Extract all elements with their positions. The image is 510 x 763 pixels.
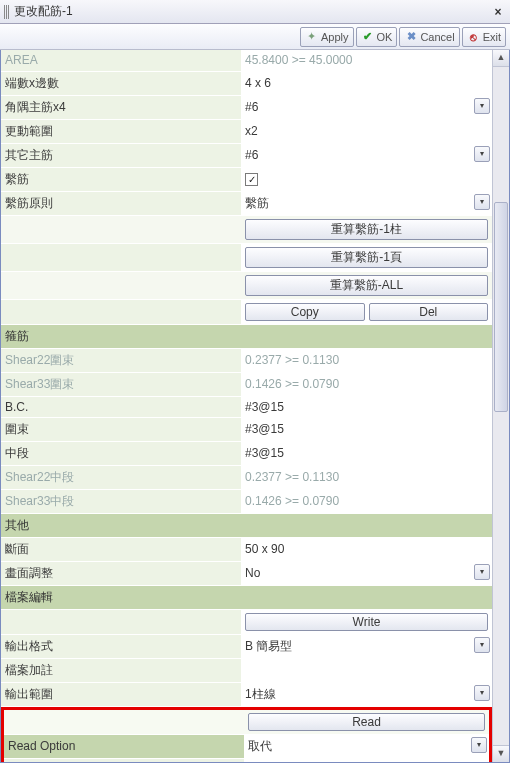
row-area-value: 45.8400 >= 45.0000 <box>241 50 492 71</box>
row-shear33m-value: 0.1426 >= 0.0790 <box>241 489 492 513</box>
exit-label: Exit <box>483 31 501 43</box>
main-content: AREA45.8400 >= 45.0000 端數x邊數4 x 6 角隅主筋x4… <box>0 50 510 763</box>
recalc-page-button[interactable]: 重算繫筋-1頁 <box>245 247 488 268</box>
row-bc-value[interactable]: #3@15 <box>241 396 492 417</box>
row-huamian-value[interactable]: No▾ <box>241 561 492 585</box>
row-shuchu-geshi-value[interactable]: B 簡易型▾ <box>241 634 492 658</box>
row-duanmian-label: 斷面 <box>1 537 241 561</box>
section-file: 檔案編輯 <box>1 585 492 609</box>
row-dangan-jiazhù-value[interactable] <box>241 658 492 682</box>
row-zhongduan-value[interactable]: #3@15 <box>241 441 492 465</box>
scroll-up-icon[interactable]: ▲ <box>493 50 509 67</box>
write-button[interactable]: Write <box>245 613 488 631</box>
scroll-thumb[interactable] <box>494 202 508 412</box>
chevron-down-icon[interactable]: ▾ <box>474 194 490 210</box>
section-other: 其他 <box>1 513 492 537</box>
row-shear33m-label: Shear33中段 <box>1 489 241 513</box>
row-fanjinyuanze-label: 繫筋原則 <box>1 191 241 215</box>
row-read-option-label: Read Option <box>4 734 244 758</box>
section-gujin: 箍筋 <box>1 324 492 348</box>
grip-icon <box>4 5 10 19</box>
row-shear33-label: Shear33圍束 <box>1 372 241 396</box>
chevron-down-icon[interactable]: ▾ <box>474 637 490 653</box>
row-fanjinyuanze-value[interactable]: 繫筋▾ <box>241 191 492 215</box>
row-fanjin-label: 繫筋 <box>1 167 241 191</box>
chevron-down-icon[interactable]: ▾ <box>471 737 487 753</box>
apply-label: Apply <box>321 31 349 43</box>
row-duanshu-label: 端數x邊數 <box>1 71 241 95</box>
row-huamian-label: 畫面調整 <box>1 561 241 585</box>
exit-button[interactable]: ⎋Exit <box>462 27 506 47</box>
row-area-label: AREA <box>1 50 241 71</box>
row-shuchu-geshi-label: 輸出格式 <box>1 634 241 658</box>
row-shear22m-label: Shear22中段 <box>1 465 241 489</box>
row-gengdong-label: 更動範圍 <box>1 119 241 143</box>
cancel-icon: ✖ <box>404 30 418 44</box>
exit-icon: ⎋ <box>467 30 481 44</box>
scroll-down-icon[interactable]: ▼ <box>493 745 509 762</box>
chevron-down-icon[interactable]: ▾ <box>474 685 490 701</box>
row-shear22-label: Shear22圍束 <box>1 348 241 372</box>
apply-button[interactable]: ✦Apply <box>300 27 354 47</box>
row-shuchu-fanwei-value[interactable]: 1柱線▾ <box>241 682 492 706</box>
row-shear33-value: 0.1426 >= 0.0790 <box>241 372 492 396</box>
property-grid: AREA45.8400 >= 45.0000 端數x邊數4 x 6 角隅主筋x4… <box>1 50 492 762</box>
read-section-highlight: Read Read Option取代▾ 鋼筋面積精度,.001 cm20.001… <box>1 707 492 763</box>
row-gangjin-mianji-value[interactable]: 0.001 <box>244 758 489 762</box>
apply-icon: ✦ <box>305 30 319 44</box>
check-icon: ✔ <box>361 30 375 44</box>
vertical-scrollbar[interactable]: ▲ ▼ <box>492 50 509 762</box>
chevron-down-icon[interactable]: ▾ <box>474 146 490 162</box>
ok-label: OK <box>377 31 393 43</box>
recalc-col-button[interactable]: 重算繫筋-1柱 <box>245 219 488 240</box>
chevron-down-icon[interactable]: ▾ <box>474 98 490 114</box>
row-jiaoyu-value[interactable]: #6▾ <box>241 95 492 119</box>
row-shuchu-fanwei-label: 輸出範圍 <box>1 682 241 706</box>
chevron-down-icon[interactable]: ▾ <box>474 564 490 580</box>
read-button[interactable]: Read <box>248 713 485 731</box>
cancel-button[interactable]: ✖Cancel <box>399 27 459 47</box>
row-weishu-value[interactable]: #3@15 <box>241 417 492 441</box>
row-gengdong-value[interactable]: x2 <box>241 119 492 143</box>
row-zhongduan-label: 中段 <box>1 441 241 465</box>
row-gangjin-mianji-label: 鋼筋面積精度,.001 cm2 <box>4 758 244 762</box>
row-read-option-value[interactable]: 取代▾ <box>244 734 489 758</box>
row-qita-value[interactable]: #6▾ <box>241 143 492 167</box>
row-jiaoyu-label: 角隅主筋x4 <box>1 95 241 119</box>
cancel-label: Cancel <box>420 31 454 43</box>
row-fanjin-checkbox[interactable]: ✓ <box>241 167 492 191</box>
copy-button[interactable]: Copy <box>245 303 365 321</box>
close-icon[interactable]: × <box>490 5 506 19</box>
recalc-all-button[interactable]: 重算繫筋-ALL <box>245 275 488 296</box>
checkbox-icon[interactable]: ✓ <box>245 173 258 186</box>
row-shear22-value: 0.2377 >= 0.1130 <box>241 348 492 372</box>
del-button[interactable]: Del <box>369 303 489 321</box>
row-duanmian-value[interactable]: 50 x 90 <box>241 537 492 561</box>
row-shear22m-value: 0.2377 >= 0.1130 <box>241 465 492 489</box>
row-dangan-jiazhù-label: 檔案加註 <box>1 658 241 682</box>
toolbar: ✦Apply ✔OK ✖Cancel ⎋Exit <box>0 24 510 50</box>
window-title: 更改配筋-1 <box>14 3 490 20</box>
row-duanshu-value[interactable]: 4 x 6 <box>241 71 492 95</box>
row-bc-label: B.C. <box>1 396 241 417</box>
ok-button[interactable]: ✔OK <box>356 27 398 47</box>
row-weishu-label: 圍束 <box>1 417 241 441</box>
row-qita-label: 其它主筋 <box>1 143 241 167</box>
title-bar: 更改配筋-1 × <box>0 0 510 24</box>
